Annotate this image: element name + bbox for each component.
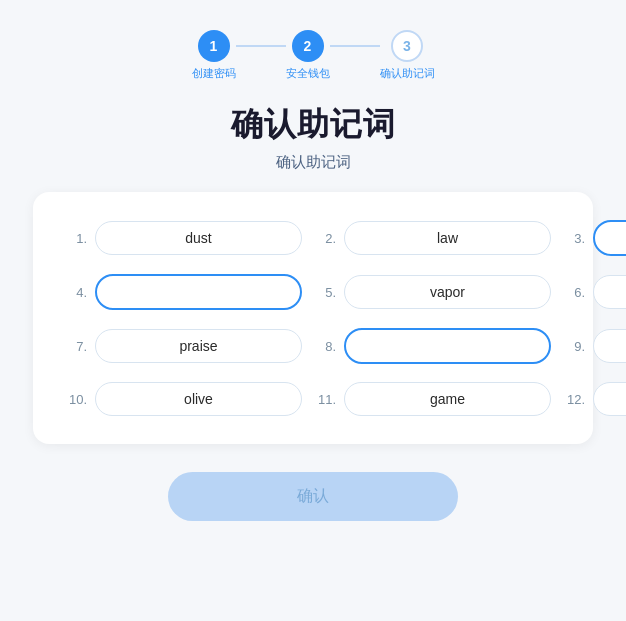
word-input-6[interactable] [593,275,626,309]
word-item-11: 11. [314,382,551,416]
word-item-8: 8. [314,328,551,364]
word-input-12[interactable] [593,382,626,416]
word-number-9: 9. [563,339,585,354]
word-number-8: 8. [314,339,336,354]
word-number-5: 5. [314,285,336,300]
word-input-8[interactable] [344,328,551,364]
word-input-3[interactable] [593,220,626,256]
word-input-10[interactable] [95,382,302,416]
word-number-6: 6. [563,285,585,300]
word-number-3: 3. [563,231,585,246]
step-2: 2 安全钱包 [286,30,330,81]
step-line-2 [330,45,380,47]
word-item-5: 5. [314,274,551,310]
step-2-label: 安全钱包 [286,66,330,81]
page-subtitle: 确认助记词 [276,153,351,172]
word-input-11[interactable] [344,382,551,416]
step-1-label: 创建密码 [192,66,236,81]
step-3: 3 确认助记词 [380,30,435,81]
step-line-1 [236,45,286,47]
confirm-button[interactable]: 确认 [168,472,458,521]
step-3-label: 确认助记词 [380,66,435,81]
step-3-circle: 3 [391,30,423,62]
word-input-9[interactable] [593,329,626,363]
word-input-4[interactable] [95,274,302,310]
word-item-6: 6. [563,274,626,310]
word-item-12: 12. [563,382,626,416]
word-item-3: 3. [563,220,626,256]
word-item-7: 7. [65,328,302,364]
word-number-7: 7. [65,339,87,354]
word-grid: 1.2.3.4.5.6.7.8.9.10.11.12. [65,220,561,416]
word-number-11: 11. [314,392,336,407]
word-input-1[interactable] [95,221,302,255]
word-item-9: 9. [563,328,626,364]
step-2-circle: 2 [292,30,324,62]
mnemonic-card: 1.2.3.4.5.6.7.8.9.10.11.12. [33,192,593,444]
word-number-10: 10. [65,392,87,407]
word-number-1: 1. [65,231,87,246]
page-title: 确认助记词 [231,103,396,147]
word-input-5[interactable] [344,275,551,309]
stepper: 1 创建密码 2 安全钱包 3 确认助记词 [192,30,435,81]
word-item-1: 1. [65,220,302,256]
word-item-2: 2. [314,220,551,256]
word-input-7[interactable] [95,329,302,363]
step-1-circle: 1 [198,30,230,62]
page-container: 1 创建密码 2 安全钱包 3 确认助记词 确认助记词 确认助记词 1.2.3.… [0,0,626,621]
word-number-12: 12. [563,392,585,407]
word-input-2[interactable] [344,221,551,255]
step-1: 1 创建密码 [192,30,236,81]
word-item-4: 4. [65,274,302,310]
word-number-4: 4. [65,285,87,300]
word-number-2: 2. [314,231,336,246]
word-item-10: 10. [65,382,302,416]
